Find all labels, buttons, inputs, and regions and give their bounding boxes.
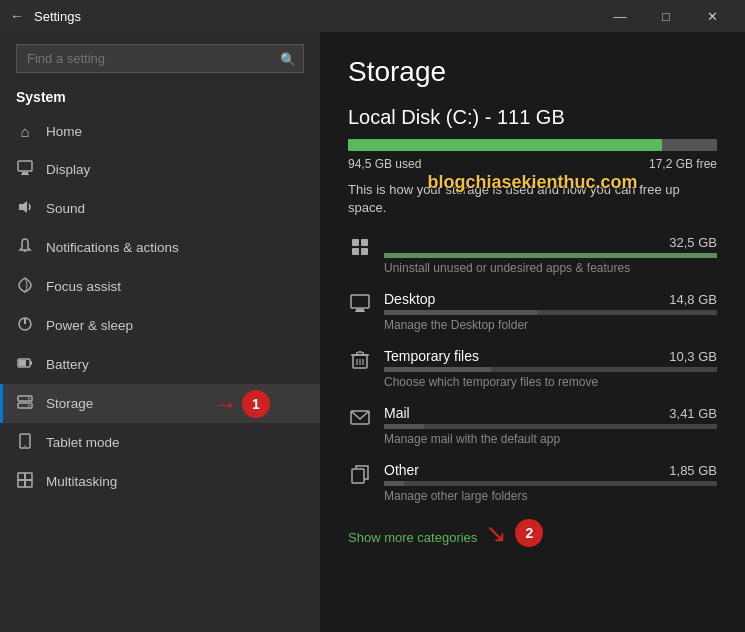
svg-rect-15	[18, 473, 25, 480]
svg-marker-3	[19, 201, 27, 213]
desktop-bar	[384, 310, 717, 315]
temp-bar-fill	[384, 367, 491, 372]
sidebar-item-battery[interactable]: Battery	[0, 345, 320, 384]
desktop-header: Desktop 14,8 GB	[384, 291, 717, 307]
svg-rect-0	[18, 161, 32, 171]
svg-point-14	[24, 445, 26, 447]
title-bar: ← Settings — □ ✕	[0, 0, 745, 32]
storage-item-apps[interactable]: 32,5 GB Uninstall unused or undesired ap…	[348, 235, 717, 275]
close-button[interactable]: ✕	[689, 0, 735, 32]
sidebar-item-focus[interactable]: Focus assist	[0, 267, 320, 306]
storage-item-temp[interactable]: Temporary files 10,3 GB Choose which tem…	[348, 348, 717, 389]
svg-rect-23	[351, 295, 369, 308]
apps-icon	[348, 237, 372, 261]
desktop-bar-fill	[384, 310, 537, 315]
sidebar-item-label: Sound	[46, 201, 304, 216]
sidebar-item-sound[interactable]: Sound	[0, 189, 320, 228]
multitasking-icon	[16, 472, 34, 491]
display-icon	[16, 160, 34, 179]
svg-rect-20	[361, 239, 368, 246]
tablet-icon	[16, 433, 34, 452]
sidebar-item-notifications[interactable]: Notifications & actions	[0, 228, 320, 267]
search-container: 🔍	[16, 44, 304, 73]
annotation-badge-1: 1	[242, 390, 270, 418]
sidebar-item-label: Power & sleep	[46, 318, 304, 333]
desktop-size: 14,8 GB	[669, 292, 717, 307]
svg-rect-8	[19, 360, 26, 366]
minimize-button[interactable]: —	[597, 0, 643, 32]
desktop-desc: Manage the Desktop folder	[384, 318, 717, 332]
storage-bar-fill	[348, 139, 662, 151]
desktop-icon	[348, 293, 372, 317]
sidebar-item-multitasking[interactable]: Multitasking	[0, 462, 320, 501]
focus-icon	[16, 277, 34, 296]
storage-bar	[348, 139, 717, 151]
mail-bar-fill	[384, 424, 424, 429]
annotation-badge-2: 2	[515, 519, 543, 547]
sidebar-item-home[interactable]: ⌂ Home	[0, 113, 320, 150]
window-controls: — □ ✕	[597, 0, 735, 32]
other-bar-fill	[384, 481, 404, 486]
apps-desc: Uninstall unused or undesired apps & fea…	[384, 261, 717, 275]
apps-bar	[384, 253, 717, 258]
page-title: Storage	[348, 56, 717, 88]
back-button[interactable]: ←	[10, 8, 24, 24]
svg-point-12	[28, 405, 30, 407]
sidebar-item-label: Notifications & actions	[46, 240, 304, 255]
temp-bar	[384, 367, 717, 372]
other-header: Other 1,85 GB	[384, 462, 717, 478]
svg-point-10	[28, 398, 30, 400]
show-more-link[interactable]: Show more categories	[348, 530, 477, 545]
sidebar-item-tablet[interactable]: Tablet mode	[0, 423, 320, 462]
svg-rect-2	[21, 174, 29, 175]
window-title: Settings	[34, 9, 597, 24]
svg-rect-22	[361, 248, 368, 255]
battery-icon	[16, 355, 34, 374]
sidebar-item-label: Multitasking	[46, 474, 304, 489]
mail-bar	[384, 424, 717, 429]
svg-rect-24	[356, 309, 364, 311]
mail-size: 3,41 GB	[669, 406, 717, 421]
apps-content: 32,5 GB Uninstall unused or undesired ap…	[384, 235, 717, 275]
sidebar-item-label: Tablet mode	[46, 435, 304, 450]
sidebar: 🔍 System ⌂ Home Display Sound	[0, 32, 320, 632]
restore-button[interactable]: □	[643, 0, 689, 32]
sidebar-item-power[interactable]: Power & sleep	[0, 306, 320, 345]
search-input[interactable]	[16, 44, 304, 73]
other-icon	[348, 464, 372, 488]
sidebar-item-storage[interactable]: Storage → 1	[0, 384, 320, 423]
sidebar-item-label: Battery	[46, 357, 304, 372]
used-label: 94,5 GB used	[348, 157, 421, 171]
settings-window: ← Settings — □ ✕ 🔍 System ⌂ Home	[0, 0, 745, 632]
sidebar-item-label: Display	[46, 162, 304, 177]
mail-desc: Manage mail with the default app	[384, 432, 717, 446]
mail-header: Mail 3,41 GB	[384, 405, 717, 421]
notifications-icon	[16, 238, 34, 257]
main-content: 🔍 System ⌂ Home Display Sound	[0, 32, 745, 632]
other-name: Other	[384, 462, 419, 478]
svg-rect-1	[22, 172, 28, 174]
storage-item-mail[interactable]: Mail 3,41 GB Manage mail with the defaul…	[348, 405, 717, 446]
mail-icon	[348, 407, 372, 431]
temp-content: Temporary files 10,3 GB Choose which tem…	[384, 348, 717, 389]
other-content: Other 1,85 GB Manage other large folders	[384, 462, 717, 503]
temp-header: Temporary files 10,3 GB	[384, 348, 717, 364]
temp-desc: Choose which temporary files to remove	[384, 375, 717, 389]
apps-size: 32,5 GB	[669, 235, 717, 250]
show-more-row: Show more categories ↘ 2	[348, 519, 717, 547]
storage-item-other[interactable]: Other 1,85 GB Manage other large folders	[348, 462, 717, 503]
free-label: 17,2 GB free	[649, 157, 717, 171]
storage-icon	[16, 394, 34, 413]
storage-item-desktop[interactable]: Desktop 14,8 GB Manage the Desktop folde…	[348, 291, 717, 332]
svg-rect-18	[25, 480, 32, 487]
svg-rect-19	[352, 239, 359, 246]
search-icon: 🔍	[280, 51, 296, 66]
svg-rect-25	[355, 311, 365, 312]
svg-rect-17	[18, 480, 25, 487]
other-bar	[384, 481, 717, 486]
sidebar-item-label: Focus assist	[46, 279, 304, 294]
sidebar-item-display[interactable]: Display	[0, 150, 320, 189]
section-label: System	[0, 85, 320, 113]
desktop-name: Desktop	[384, 291, 435, 307]
temp-name: Temporary files	[384, 348, 479, 364]
